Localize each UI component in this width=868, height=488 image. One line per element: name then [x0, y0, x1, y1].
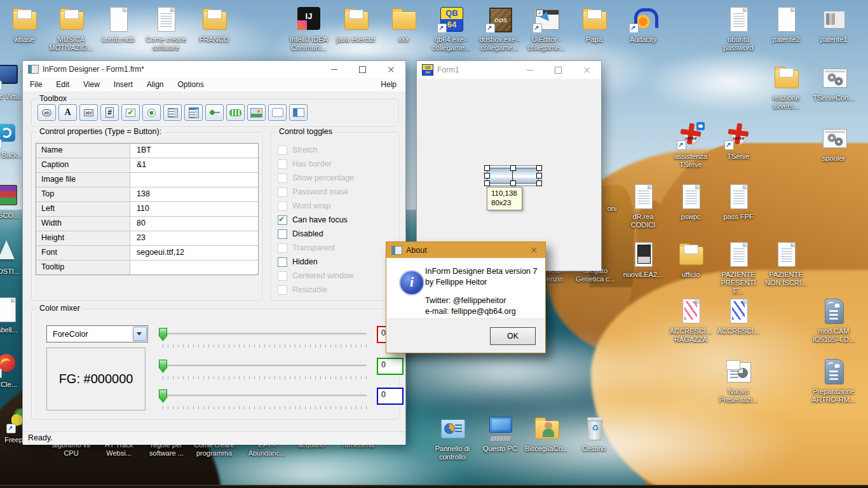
menu-view[interactable]: View: [76, 78, 107, 91]
slider-thumb[interactable]: [159, 328, 167, 341]
menu-edit[interactable]: Edit: [49, 78, 76, 91]
red-slider[interactable]: [154, 328, 373, 349]
green-slider[interactable]: [154, 360, 373, 381]
taskbar-edge[interactable]: [0, 485, 868, 488]
resize-handle[interactable]: [536, 180, 542, 186]
menu-insert[interactable]: Insert: [107, 78, 140, 91]
desktop-icon-dosbox-shortcut[interactable]: DOS dosbox.exe - collegame...: [476, 5, 523, 52]
toggle-password-mask[interactable]: Password mask: [271, 185, 398, 199]
desktop-icon-java-esercizi[interactable]: java esercizi: [332, 5, 379, 44]
desktop-icon-wbase[interactable]: wbase: [1, 5, 48, 44]
desktop-icon-mod-cam[interactable]: mod.CAM IO5105-4.D...: [810, 297, 857, 344]
maximize-button[interactable]: [544, 61, 573, 79]
desktop-icon-papa[interactable]: Papà: [571, 5, 618, 44]
desktop-icon-patente1[interactable]: patente1: [810, 5, 857, 44]
about-titlebar[interactable]: About: [386, 242, 545, 258]
desktop-icon-musica[interactable]: MUSICA MOTIVAZIO...: [48, 5, 95, 52]
minimize-button[interactable]: [320, 61, 348, 78]
toggle-hidden[interactable]: Hidden: [271, 255, 398, 269]
picturebox-tool[interactable]: [247, 104, 266, 121]
form1-titlebar[interactable]: QB64 Form1: [417, 61, 601, 79]
desktop-icon-intellij[interactable]: IJ IntelliJ IDEA Communi...: [285, 5, 332, 52]
desktop-icon-ubuntu-password[interactable]: ubuntu password: [715, 5, 762, 52]
blue-value-input[interactable]: 0: [377, 388, 403, 405]
desktop-icon-accresci-ragazza[interactable]: ACCRESCI... RAGAZZA: [667, 297, 714, 344]
close-button[interactable]: [377, 61, 405, 78]
desktop-icon-pswpc[interactable]: pswpc: [667, 182, 714, 221]
property-value-image-file[interactable]: [130, 173, 258, 187]
menu-help[interactable]: Help: [377, 78, 400, 91]
desktop-icon-bisceglia[interactable]: BisceglìaCo...: [523, 414, 570, 453]
menu-options[interactable]: Options: [171, 78, 211, 91]
toggle-word-wrap[interactable]: Word wrap: [271, 199, 398, 213]
close-button[interactable]: [573, 61, 601, 79]
checkbox-tool[interactable]: ✔: [121, 104, 140, 121]
desktop-icon-spooler[interactable]: spooler: [810, 124, 857, 163]
desktop-icon-reazione[interactable]: reazione avvers...: [763, 64, 810, 111]
toggle-show-percentage[interactable]: Show percentage: [271, 171, 398, 185]
green-value-input[interactable]: 0: [377, 358, 403, 375]
desktop-icon-xxx[interactable]: xxx: [380, 5, 427, 44]
property-value-tooltip[interactable]: [130, 261, 258, 274]
resize-handle[interactable]: [536, 173, 542, 179]
resize-handle[interactable]: [510, 165, 516, 171]
slider-track[interactable]: [162, 395, 367, 396]
desktop-icon-questo-pc[interactable]: Questo PC: [477, 414, 524, 453]
desktop-icon-tservecon[interactable]: TServeCon...: [810, 64, 857, 102]
desktop-icon-paziente-non-iscri[interactable]: PAZIENTE NON ISCRI...: [763, 240, 810, 287]
minimize-button[interactable]: [515, 61, 544, 79]
menu-file[interactable]: File: [23, 78, 49, 91]
blue-slider[interactable]: [154, 390, 373, 411]
desktop-icon-qb64-shortcut[interactable]: QB64 qb64.exe - collegame...: [428, 5, 475, 52]
desktop-icon-accresci[interactable]: ACCRESCI...: [715, 297, 762, 336]
inform-titlebar[interactable]: InForm Designer - Form1.frm*: [23, 61, 405, 78]
desktop-icon-nuovo-presentazione[interactable]: Nuovo Presentazi...: [715, 357, 762, 404]
property-value-font[interactable]: segoeui.ttf,12: [130, 246, 258, 260]
property-value-top[interactable]: 138: [130, 187, 258, 201]
property-value-caption[interactable]: &1: [130, 158, 258, 172]
slider-thumb[interactable]: [159, 360, 167, 373]
panel-tool[interactable]: [289, 104, 308, 121]
resize-handle[interactable]: [510, 180, 516, 186]
slider-track[interactable]: [162, 333, 367, 335]
menu-align[interactable]: Align: [140, 78, 171, 91]
radiobutton-tool[interactable]: [142, 104, 161, 121]
desktop-icon-cestino[interactable]: Cestino: [571, 414, 618, 453]
slider-track[interactable]: [162, 365, 367, 367]
resize-handle[interactable]: [484, 180, 490, 186]
color-channel-select[interactable]: ForeColor: [46, 325, 148, 342]
property-value-width[interactable]: 80: [130, 217, 258, 231]
numeric-tool[interactable]: #: [100, 104, 119, 121]
slider-thumb[interactable]: [159, 390, 167, 403]
listbox-tool[interactable]: [163, 104, 182, 121]
desktop-icon-pannello-controllo[interactable]: Pannello di controllo: [429, 414, 476, 461]
resize-handle[interactable]: [484, 165, 490, 171]
desktop-icon-assistenza-tserve[interactable]: serve assistenza TServe: [667, 122, 714, 169]
chevron-down-icon[interactable]: [133, 327, 147, 341]
toggle-centered-window[interactable]: Centered window: [271, 269, 398, 283]
desktop-icon-franco[interactable]: FRANCO: [191, 5, 238, 44]
toggle-has-border[interactable]: Has border: [271, 157, 398, 171]
property-value-left[interactable]: 110: [130, 202, 258, 216]
resize-handle[interactable]: [536, 165, 542, 171]
toggle-can-have-focus[interactable]: Can have focus: [271, 213, 398, 227]
property-value-name[interactable]: 1BT: [130, 144, 258, 158]
toggle-transparent[interactable]: Transparent: [271, 241, 398, 255]
desktop-icon-preparazione-artro[interactable]: Preparazione ARTRO-RM...: [810, 357, 857, 404]
ok-button[interactable]: OK: [490, 327, 536, 345]
close-button[interactable]: [522, 242, 545, 258]
toggle-disabled[interactable]: Disabled: [271, 227, 398, 241]
selected-button-control[interactable]: [484, 165, 541, 186]
frame-tool[interactable]: [268, 104, 287, 121]
toggle-stretch[interactable]: Stretch: [271, 143, 398, 157]
label-tool[interactable]: A: [58, 104, 77, 121]
desktop-icon-paziente-presenti[interactable]: PAZIENTE PRESENTI E...: [715, 240, 762, 295]
desktop-icon-uieditor-shortcut[interactable]: UiEditor - collegame...: [523, 5, 570, 52]
progressbar-tool[interactable]: [226, 104, 245, 121]
toggle-resizable[interactable]: Resizable: [271, 283, 398, 297]
desktop-icon-lomb-mdb[interactable]: Lomb.mdb: [95, 5, 142, 44]
desktop-icon-patente2[interactable]: patente2: [763, 5, 810, 44]
desktop-icon-audacity[interactable]: Audacity: [620, 5, 667, 44]
desktop-icon-come-creare-software[interactable]: Come creare software: [142, 5, 189, 52]
resize-handle[interactable]: [484, 173, 490, 179]
